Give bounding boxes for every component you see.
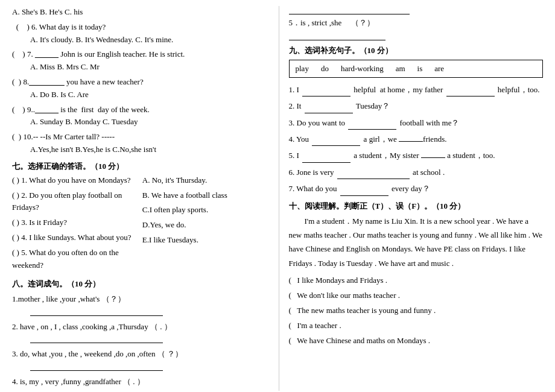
q7-space: ) 7. ______ John is our English teacher.… bbox=[17, 49, 185, 58]
s8-q3-line bbox=[30, 362, 163, 371]
s9-q2-text: 2. It Tuesday？ bbox=[289, 101, 390, 110]
q6-options-text: A. It's cloudy. B. It's Wednesday. C. It… bbox=[30, 35, 173, 44]
q10-options: A.Yes,he isn't B.Yes,he is C.No,she isn'… bbox=[30, 144, 267, 156]
word-am: am bbox=[396, 64, 405, 74]
s7-q3-text: Is it Friday? bbox=[29, 218, 67, 227]
s10-q3-text: The new maths teacher is young and funny… bbox=[297, 306, 436, 315]
q8-options-text: A. Do B. Is C. Are bbox=[30, 90, 89, 99]
s10-q5: ( We have Chinese and maths on Mondays . bbox=[289, 334, 544, 347]
s7-q1-bracket: ( ) 1. bbox=[12, 175, 27, 185]
q10-text: ( bbox=[12, 132, 14, 141]
right-q5-text: 5．is , strict ,she （？） bbox=[289, 18, 375, 27]
section10-title: 十、阅读理解。判断正（T）、误（F）。（10 分） bbox=[289, 201, 544, 212]
s9-q7-text: 7. What do you every day？ bbox=[289, 184, 430, 193]
q6-bracket: ( bbox=[12, 21, 23, 34]
section7-title: 七。选择正确的答语。（10 分） bbox=[12, 161, 267, 172]
s10-q1-text: I like Mondays and Fridays . bbox=[297, 276, 387, 285]
s10-q1: ( I like Mondays and Fridays . bbox=[289, 274, 544, 287]
word-box: play do hard-working am is are bbox=[289, 60, 544, 78]
s7-q4-bracket: ( ) 4. bbox=[12, 233, 27, 242]
s8-q1-text: 1.mother , like ,your ,what's （？） bbox=[12, 292, 267, 306]
s9-q4-text: 4. You a girl，we friends. bbox=[289, 134, 447, 144]
s8-q4-text: 4. is, my , very ,funny ,grandfather （ .… bbox=[12, 375, 267, 388]
s10-q3: ( The new maths teacher is young and fun… bbox=[289, 304, 544, 317]
section8-title: 八。连词成句。（10 分） bbox=[12, 279, 267, 289]
s10-q4: ( I'm a teacher . bbox=[289, 319, 544, 332]
s10-q2-text: We don't like our maths teacher . bbox=[297, 291, 400, 300]
q10: ( ) 10.-- --Is Mr Carter tall? ----- A.Y… bbox=[12, 131, 267, 156]
word-are: are bbox=[434, 64, 444, 74]
s8-q2: 2. have , on , I , class ,cooking ,a ,Th… bbox=[12, 320, 267, 343]
s10-q4-bracket: ( bbox=[289, 321, 296, 330]
q9-num: ) 9..______ is the first day of the week… bbox=[17, 105, 150, 114]
s9-q6-text: 6. Jone is very at school . bbox=[289, 168, 445, 177]
s8-q3-text: 3. do, what ,you , the , weekend ,do ,on… bbox=[12, 347, 267, 361]
left-column: A. She's B. He's C. his ( ) 6. What day … bbox=[12, 6, 267, 391]
s9-q5-text: 5. I a student，My sister a student，too. bbox=[289, 151, 495, 160]
s8-q4: 4. is, my , very ,funny ,grandfather （ .… bbox=[12, 375, 267, 388]
word-is: is bbox=[417, 64, 423, 74]
top-options-1: A. She's B. He's C. his bbox=[12, 6, 267, 19]
q9-options: A. Sunday B. Monday C. Tuesday bbox=[30, 116, 267, 128]
s10-q1-bracket: ( bbox=[289, 276, 296, 285]
right-top-line1 bbox=[289, 6, 410, 14]
s9-q1: 1. I helpful at home，my father helpful，t… bbox=[289, 83, 544, 96]
q9: ( ) 9..______ is the first day of the we… bbox=[12, 104, 267, 129]
section7-match: ( ) 1. What do you have on Mondays? ( ) … bbox=[12, 174, 267, 274]
q9-options-text: A. Sunday B. Monday C. Tuesday bbox=[30, 117, 138, 126]
right-q5: 5．is , strict ,she （？） bbox=[289, 17, 544, 30]
s7-q2: ( ) 2. Do you often play football on Fri… bbox=[12, 189, 136, 215]
q9-text: ( bbox=[12, 105, 14, 114]
s7-q3: ( ) 3. Is it Friday? bbox=[12, 217, 136, 229]
reading-passage: I'm a student．My name is Liu Xin. It is … bbox=[289, 214, 544, 271]
s7-q1-text: What do you have on Mondays? bbox=[29, 175, 131, 185]
word-hardworking: hard-working bbox=[341, 64, 384, 74]
s7-a5: E.I like Tuesdays. bbox=[142, 234, 267, 247]
s10-q5-bracket: ( bbox=[289, 336, 296, 345]
right-column: 5．is , strict ,she （？） 九、选词补充句子。（10 分） p… bbox=[279, 6, 544, 391]
s8-q1-line bbox=[30, 308, 163, 316]
q6-options: A. It's cloudy. B. It's Wednesday. C. It… bbox=[30, 34, 267, 46]
s9-q7: 7. What do you every day？ bbox=[289, 182, 544, 195]
q7-options-text: A. Miss B. Mrs C. Mr bbox=[30, 62, 100, 71]
s10-q5-text: We have Chinese and maths on Mondays . bbox=[297, 336, 430, 345]
word-play: play bbox=[296, 64, 309, 74]
section9-title: 九、选词补充句子。（10 分） bbox=[289, 45, 544, 56]
s7-a2: B. We have a football class bbox=[142, 189, 267, 202]
s7-q2-text: Do you often play football on Fridays? bbox=[12, 191, 122, 212]
s9-q5: 5. I a student，My sister a student，too. bbox=[289, 148, 544, 162]
word-do: do bbox=[321, 64, 329, 74]
page-container: A. She's B. He's C. his ( ) 6. What day … bbox=[12, 6, 543, 391]
right-top-line2 bbox=[289, 32, 385, 40]
s9-q1-text: 1. I helpful at home，my father helpful，t… bbox=[289, 85, 540, 94]
s7-a3: C.I often play sports. bbox=[142, 204, 267, 217]
q8: ( ) 8._________ you have a new teacher? … bbox=[12, 76, 267, 101]
s8-q3: 3. do, what ,you , the , weekend ,do ,on… bbox=[12, 347, 267, 370]
s10-q3-bracket: ( bbox=[289, 306, 296, 315]
q10-num: ) 10.-- --Is Mr Carter tall? ----- bbox=[17, 132, 115, 141]
s7-a4: D.Yes, we do. bbox=[142, 219, 267, 232]
q6-text: ) 6. What day is it today? bbox=[25, 22, 106, 31]
s7-q1: ( ) 1. What do you have on Mondays? bbox=[12, 174, 136, 187]
s7-q4-text: I like Sundays. What about you? bbox=[29, 233, 131, 242]
section7-left: ( ) 1. What do you have on Mondays? ( ) … bbox=[12, 174, 136, 274]
s8-q1: 1.mother , like ,your ,what's （？） bbox=[12, 292, 267, 315]
s9-q3-text: 3. Do you want to football with me？ bbox=[289, 118, 460, 127]
q10-options-text: A.Yes,he isn't B.Yes,he is C.No,she isn'… bbox=[30, 145, 156, 154]
s7-q3-bracket: ( ) 3. bbox=[12, 218, 27, 227]
q7-text: ( bbox=[12, 49, 14, 58]
q8-num: ) 8._________ you have a new teacher? bbox=[17, 77, 144, 86]
s7-q4: ( ) 4. I like Sundays. What about you? bbox=[12, 232, 136, 244]
s7-q5-bracket: ( ) 5. bbox=[12, 248, 27, 257]
q7: ( ) 7. ______ John is our English teache… bbox=[12, 48, 267, 74]
top-options-text: A. She's B. He's C. his bbox=[12, 7, 83, 16]
s9-q2: 2. It Tuesday？ bbox=[289, 99, 544, 113]
s8-q2-text: 2. have , on , I , class ,cooking ,a ,Th… bbox=[12, 320, 267, 334]
s8-q2-line bbox=[30, 335, 163, 343]
q8-options: A. Do B. Is C. Are bbox=[30, 89, 267, 101]
q7-options: A. Miss B. Mrs C. Mr bbox=[30, 61, 267, 74]
s7-a1: A. No, it's Thursday. bbox=[142, 174, 267, 187]
s10-q4-text: I'm a teacher . bbox=[297, 321, 341, 330]
s9-q6: 6. Jone is very at school . bbox=[289, 165, 544, 179]
s10-q2: ( We don't like our maths teacher . bbox=[289, 289, 544, 302]
